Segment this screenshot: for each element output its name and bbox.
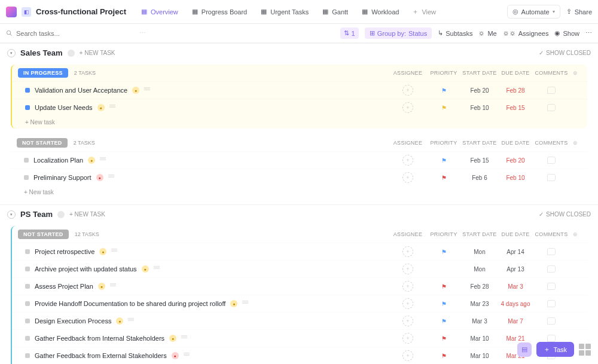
task-row[interactable]: Preliminary Support ● + ⚑ Feb 6 Feb 10 [11,169,587,186]
priority-cell[interactable]: ⚑ [426,318,462,325]
priority-cell[interactable]: ⚑ [426,335,462,342]
due-date-cell[interactable]: Feb 15 [498,105,533,111]
start-date-cell[interactable]: Feb 15 [462,157,498,164]
status-square-icon[interactable] [25,284,30,289]
comments-cell[interactable] [533,317,569,325]
comments-cell[interactable] [533,335,569,342]
new-task-row[interactable]: + New task [11,186,587,198]
assignee-placeholder[interactable]: + [402,333,413,344]
tab-workload[interactable]: ▦Workload [355,4,405,20]
assignees-button[interactable]: ⛭⛭ Assignees [503,30,549,37]
add-column-button[interactable]: ⊕ [569,231,581,237]
task-row[interactable]: Design Execution Process ● + ⚑ Mar 3 Mar… [12,312,587,329]
comments-cell[interactable] [533,300,569,307]
more-icon[interactable]: ⋯ [139,29,146,37]
show-closed-button[interactable]: ✓SHOW CLOSED [539,50,591,56]
add-column-button[interactable]: ⊕ [569,70,581,76]
due-date-cell[interactable]: Feb 20 [498,157,533,164]
new-task-row[interactable]: + New task [12,116,587,129]
priority-cell[interactable]: ⚑ [426,105,462,111]
start-date-cell[interactable]: Mar 23 [462,301,498,307]
assignee-placeholder[interactable]: + [402,316,413,326]
task-row[interactable]: Update User Needs ● + ⚑ Feb 10 Feb 15 [12,99,587,116]
search-input[interactable] [16,30,136,37]
info-icon[interactable] [57,211,65,218]
show-button[interactable]: ◉ Show [554,29,579,37]
start-date-cell[interactable]: Feb 6 [462,175,498,181]
add-column-button[interactable]: ⊕ [569,140,581,146]
assignee-placeholder[interactable]: + [402,85,413,96]
status-square-icon[interactable] [25,88,30,93]
task-row[interactable]: Assess Project Plan ● + ⚑ Feb 28 Mar 3 [12,277,587,295]
status-square-icon[interactable] [25,301,30,306]
assignee-placeholder[interactable]: + [402,246,413,257]
priority-cell[interactable]: ⚑ [426,249,462,255]
new-task-link[interactable]: + NEW TASK [80,50,115,56]
comments-cell[interactable] [533,265,569,273]
task-row[interactable]: Gather Feedback from External Stakeholde… [12,347,587,364]
more-menu[interactable]: ⋯ [585,29,592,37]
due-date-cell[interactable]: Feb 10 [498,175,533,181]
task-row[interactable]: Provide Handoff Documentation to be shar… [12,295,587,312]
float-task-button[interactable]: ＋ Task [536,342,574,357]
app-logo-icon[interactable] [6,7,17,17]
start-date-cell[interactable]: Mar 10 [462,353,498,359]
tab-urgent-tasks[interactable]: ▦Urgent Tasks [254,4,315,20]
task-row[interactable]: Localization Plan ● + ⚑ Feb 15 Feb 20 [11,151,587,169]
status-square-icon[interactable] [24,158,29,163]
show-closed-button[interactable]: ✓SHOW CLOSED [539,211,591,218]
float-note-button[interactable]: ▤ [517,342,532,357]
tab-overview[interactable]: ▦Overview [135,4,184,20]
assignee-placeholder[interactable]: + [402,350,413,361]
status-square-icon[interactable] [25,319,30,323]
comments-cell[interactable] [533,174,569,181]
status-square-icon[interactable] [25,353,30,358]
automate-button[interactable]: ◎ Automate ▾ [507,5,560,19]
due-date-cell[interactable]: Apr 14 [498,249,533,255]
start-date-cell[interactable]: Mar 10 [462,335,498,342]
collapse-icon[interactable]: ▾ [7,49,16,57]
comments-cell[interactable] [533,104,569,111]
due-date-cell[interactable]: Mar 21 [498,335,533,342]
tab-progress-board[interactable]: ▦Progress Board [185,4,253,20]
priority-cell[interactable]: ⚑ [426,87,462,94]
filter-button[interactable]: ⇅ 1 [340,27,359,39]
priority-cell[interactable]: ⚑ [426,283,462,290]
add-view-button[interactable]: ＋View [406,4,442,20]
float-apps-button[interactable] [579,344,591,356]
task-row[interactable]: Project retrospective ● + ⚑ Mon Apr 14 [12,243,587,260]
due-date-cell[interactable]: Apr 13 [498,266,533,273]
priority-cell[interactable]: ⚑ [426,301,462,307]
comments-cell[interactable] [533,87,569,94]
task-row[interactable]: Validation and User Acceptance ● + ⚑ Feb… [12,81,587,99]
start-date-cell[interactable]: Feb 28 [462,283,498,290]
assignee-placeholder[interactable]: + [402,298,413,309]
start-date-cell[interactable]: Mar 3 [462,318,498,325]
priority-cell[interactable]: ⚑ [426,157,462,164]
due-date-cell[interactable]: Feb 28 [498,87,533,94]
comments-cell[interactable] [533,283,569,290]
new-task-link[interactable]: + NEW TASK [69,211,105,218]
assignee-placeholder[interactable]: + [402,102,413,113]
assignee-placeholder[interactable]: + [402,172,413,183]
status-pill[interactable]: NOT STARTED [18,230,69,239]
priority-cell[interactable]: ⚑ [426,353,462,359]
me-button[interactable]: ⛭ Me [478,30,496,37]
comments-cell[interactable] [533,248,569,255]
subtasks-button[interactable]: ↳ Subtasks [438,29,472,37]
task-row[interactable]: Archive project with updated status ● + … [12,260,587,277]
start-date-cell[interactable]: Feb 20 [462,87,498,94]
status-square-icon[interactable] [25,249,30,254]
status-pill[interactable]: NOT STARTED [17,138,68,148]
assignee-placeholder[interactable]: + [402,281,413,292]
priority-cell[interactable]: ⚑ [426,175,462,181]
status-pill[interactable]: IN PROGRESS [18,68,68,78]
share-button[interactable]: ⇪ Share [566,8,592,16]
collapse-icon[interactable]: ▾ [7,210,16,219]
start-date-cell[interactable]: Feb 10 [462,105,498,111]
due-date-cell[interactable]: Mar 7 [498,318,533,325]
groupby-button[interactable]: ⊞ Group by: Status [365,27,432,39]
status-square-icon[interactable] [25,267,30,271]
tab-gantt[interactable]: ▦Gantt [316,4,354,20]
status-square-icon[interactable] [25,105,30,110]
